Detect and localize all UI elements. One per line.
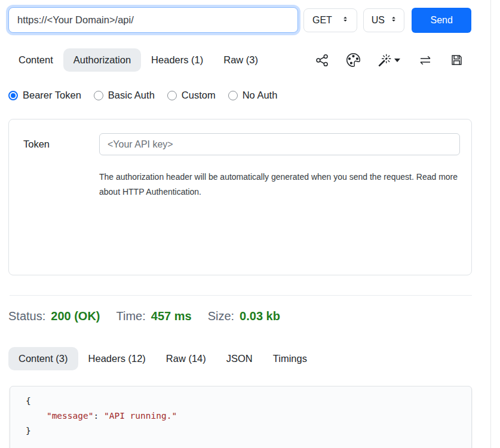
token-help-text: The authorization header will be automat… (99, 170, 460, 200)
share-nodes-icon[interactable] (315, 54, 329, 67)
tab-response-content[interactable]: Content (3) (8, 347, 78, 370)
tab-response-json[interactable]: JSON (216, 347, 263, 370)
status-code-value: 200 (OK) (51, 309, 100, 323)
tab-authorization[interactable]: Authorization (63, 48, 141, 72)
status-size-value: 0.03 kb (240, 309, 280, 323)
swap-arrows-icon[interactable] (418, 54, 432, 67)
chevron-expand-icon (389, 15, 398, 26)
response-body-viewer: { "message": "API running." } (10, 386, 472, 448)
url-input[interactable] (8, 7, 298, 33)
radio-label: Custom (182, 90, 216, 101)
status-time-label: Time: (116, 309, 146, 323)
tab-raw[interactable]: Raw (3) (213, 48, 268, 72)
tab-response-headers[interactable]: Headers (12) (78, 347, 156, 370)
code-key: "message" (47, 411, 94, 421)
request-tabs: Content Authorization Headers (1) Raw (3… (8, 48, 471, 72)
tab-response-timings[interactable]: Timings (263, 347, 317, 370)
radio-no-auth[interactable]: No Auth (228, 90, 278, 101)
region-select-value: US (372, 15, 385, 26)
tab-response-raw[interactable]: Raw (14) (156, 347, 216, 370)
status-time: Time: 457 ms (116, 309, 192, 323)
send-button[interactable]: Send (412, 8, 471, 33)
token-panel: Token The authorization header will be a… (8, 119, 472, 275)
token-input[interactable] (99, 133, 460, 155)
caret-down-icon (394, 59, 400, 62)
response-status-bar: Status: 200 (OK) Time: 457 ms Size: 0.03… (8, 309, 471, 323)
chevron-expand-icon (341, 15, 349, 26)
code-line: } (26, 424, 471, 438)
token-label: Token (23, 133, 99, 275)
app-window: GET US Send Content Authorization Header… (0, 0, 491, 448)
radio-unselected-icon (94, 91, 103, 100)
code-separator: : (93, 411, 103, 421)
status-code: Status: 200 (OK) (8, 309, 100, 323)
method-select[interactable]: GET (303, 8, 357, 32)
radio-custom[interactable]: Custom (167, 90, 216, 101)
tab-content[interactable]: Content (8, 48, 63, 72)
status-size-label: Size: (208, 309, 234, 323)
code-open-brace: { (26, 396, 31, 406)
method-select-value: GET (312, 15, 332, 26)
response-tabs: Content (3) Headers (12) Raw (14) JSON T… (8, 347, 471, 370)
radio-label: Bearer Token (23, 90, 81, 101)
radio-bearer-token[interactable]: Bearer Token (8, 90, 81, 101)
radio-unselected-icon (167, 91, 177, 100)
status-code-label: Status: (8, 309, 45, 323)
save-floppy-icon[interactable] (450, 54, 463, 66)
request-toolbar (315, 53, 471, 67)
code-close-brace: } (26, 426, 31, 435)
magic-wand-menu-icon[interactable] (378, 54, 400, 67)
token-help-line2: about HTTP Authentication. (99, 185, 460, 200)
auth-type-options: Bearer Token Basic Auth Custom No Auth (8, 90, 471, 101)
radio-unselected-icon (228, 91, 238, 100)
code-line: { (26, 394, 471, 409)
tab-headers[interactable]: Headers (1) (141, 48, 213, 72)
code-value: "API running." (104, 411, 177, 421)
region-select[interactable]: US (363, 8, 405, 32)
radio-basic-auth[interactable]: Basic Auth (94, 90, 155, 101)
radio-selected-icon (8, 91, 18, 100)
radio-label: No Auth (243, 90, 278, 101)
token-help-line1: The authorization header will be automat… (99, 170, 460, 185)
section-divider (10, 295, 472, 296)
palette-icon[interactable] (346, 53, 360, 67)
status-size: Size: 0.03 kb (208, 309, 280, 323)
request-bar: GET US Send (8, 7, 471, 33)
code-line: "message": "API running." (26, 409, 471, 424)
status-time-value: 457 ms (151, 309, 192, 323)
radio-label: Basic Auth (108, 90, 155, 101)
